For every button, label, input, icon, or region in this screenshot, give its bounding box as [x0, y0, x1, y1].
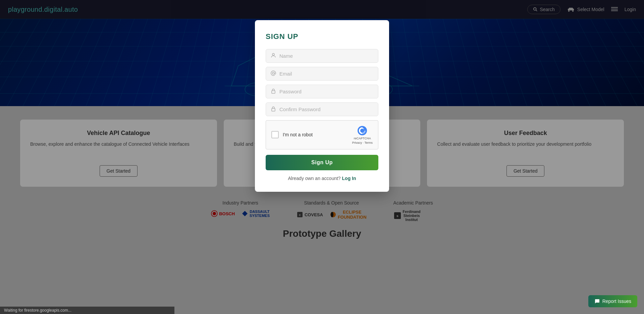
- signup-modal: SIGN UP: [255, 20, 389, 192]
- confirm-password-field: [266, 102, 378, 116]
- password-input[interactable]: [279, 89, 373, 94]
- recaptcha-links: Privacy · Terms: [352, 141, 373, 144]
- recaptcha-box[interactable]: I'm not a robot reCAPTCHA Privacy · Term…: [266, 120, 378, 149]
- status-bar: Waiting for firestore.googleapis.com...: [0, 307, 174, 314]
- report-issues-label: Report Issues: [602, 299, 631, 304]
- svg-rect-23: [272, 91, 275, 93]
- login-link[interactable]: Log In: [342, 176, 356, 181]
- recaptcha-terms-link[interactable]: Terms: [365, 141, 373, 144]
- modal-overlay: SIGN UP: [0, 0, 644, 314]
- password-field: [266, 85, 378, 98]
- chat-icon: [594, 299, 600, 304]
- recaptcha-checkbox[interactable]: [271, 131, 279, 138]
- svg-point-21: [272, 53, 274, 55]
- recaptcha-label: I'm not a robot: [283, 132, 313, 137]
- confirm-password-input[interactable]: [279, 106, 373, 112]
- recaptcha-logo-icon: [357, 125, 368, 136]
- lock-icon: [271, 88, 276, 95]
- signup-button[interactable]: Sign Up: [266, 155, 378, 170]
- email-input[interactable]: [279, 71, 373, 77]
- svg-rect-24: [272, 108, 275, 111]
- modal-title: SIGN UP: [266, 32, 378, 41]
- name-input[interactable]: [279, 53, 373, 59]
- lock-confirm-icon: [271, 106, 276, 113]
- recaptcha-logo: reCAPTCHA Privacy · Terms: [352, 125, 373, 144]
- name-field: [266, 49, 378, 63]
- already-account-label: Already own an account?: [288, 176, 340, 181]
- status-text: Waiting for firestore.googleapis.com...: [4, 308, 71, 313]
- email-field: [266, 67, 378, 81]
- report-issues-button[interactable]: Report Issues: [588, 295, 637, 307]
- recaptcha-privacy-link[interactable]: Privacy: [352, 141, 362, 144]
- at-icon: [271, 71, 276, 77]
- recaptcha-left: I'm not a robot: [271, 131, 313, 138]
- recaptcha-brand-text: reCAPTCHA: [354, 137, 371, 140]
- svg-point-22: [272, 72, 274, 74]
- user-icon: [271, 53, 276, 59]
- already-account-text: Already own an account? Log In: [266, 176, 378, 181]
